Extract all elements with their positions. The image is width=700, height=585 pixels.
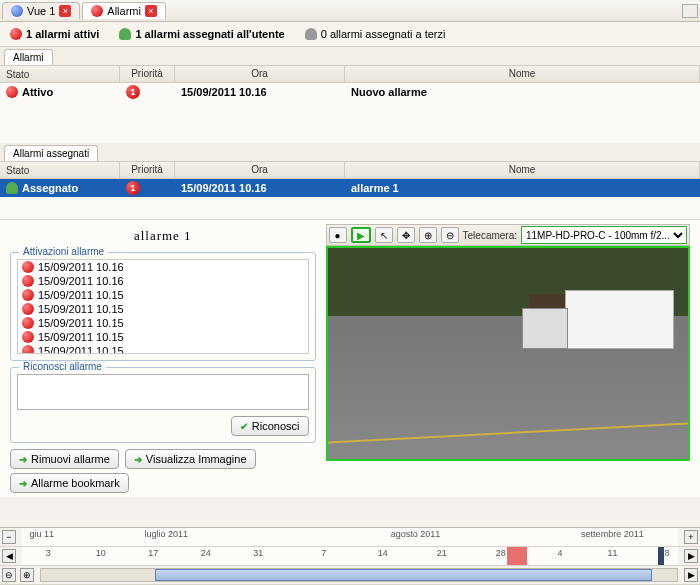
col-priority[interactable]: Priorità: [120, 66, 175, 82]
window-tab-bar: Vue 1 × Allarmi ×: [0, 0, 700, 22]
timeline-scroll-row: ⊖ ⊕ ▶: [0, 566, 700, 585]
alarm-icon: [22, 289, 34, 301]
video-frame[interactable]: [326, 246, 690, 461]
fieldset-label: Riconosci allarme: [19, 361, 106, 372]
col-time[interactable]: Ora: [175, 66, 345, 82]
grid-header: Stato Priorità Ora Nome: [0, 161, 700, 179]
activations-list[interactable]: 15/09/2011 10.16 15/09/2011 10.16 15/09/…: [17, 259, 309, 354]
day-label: 11: [607, 548, 617, 558]
grid-header: Stato Priorità Ora Nome: [0, 65, 700, 83]
grid-body: Attivo 1 15/09/2011 10.16 Nuovo allarme: [0, 83, 700, 143]
zoom-out-icon[interactable]: −: [2, 530, 16, 544]
alarm-marker: [507, 547, 527, 565]
scene-truck: [522, 290, 673, 349]
timeline-scrollbar[interactable]: [40, 568, 678, 582]
table-row[interactable]: Attivo 1 15/09/2011 10.16 Nuovo allarme: [0, 83, 700, 101]
list-item[interactable]: 15/09/2011 10.15: [18, 316, 308, 330]
day-label: 4: [557, 548, 562, 558]
assigned-other-counter: 0 allarmi assegnati a terzi: [305, 28, 446, 40]
cell-time: 15/09/2011 10.16: [175, 181, 345, 195]
alarm-icon: [91, 5, 103, 17]
close-icon[interactable]: ×: [145, 5, 157, 17]
list-item[interactable]: 15/09/2011 10.15: [18, 302, 308, 316]
user-icon: [6, 182, 18, 194]
zoom-out-icon[interactable]: ⊖: [2, 568, 16, 582]
camera-label: Telecamera:: [463, 230, 517, 241]
timeline-months-ruler[interactable]: giu 11 luglio 2011 agosto 2011 settembre…: [22, 528, 678, 546]
col-status[interactable]: Stato: [0, 66, 120, 82]
scroll-end-icon[interactable]: ▶: [684, 549, 698, 563]
users-icon: [305, 28, 317, 40]
table-row[interactable]: Assegnato 1 15/09/2011 10.16 allarme 1: [0, 179, 700, 197]
day-label: 14: [378, 548, 388, 558]
day-label: 28: [496, 548, 506, 558]
acknowledge-fieldset: Riconosci allarme Riconosci: [10, 367, 316, 443]
col-name[interactable]: Nome: [345, 162, 700, 178]
cell-status: Assegnato: [22, 182, 78, 194]
view-image-button[interactable]: Visualizza Immagine: [125, 449, 256, 469]
acknowledge-button[interactable]: Riconosci: [231, 416, 309, 436]
bookmark-alarm-button[interactable]: Allarme bookmark: [10, 473, 129, 493]
day-label: 21: [437, 548, 447, 558]
assigned-grid: Stato Priorità Ora Nome Assegnato 1 15/0…: [0, 161, 700, 219]
month-label: agosto 2011: [391, 529, 441, 539]
view-icon: [11, 5, 23, 17]
day-label: 17: [148, 548, 158, 558]
alarm-icon: [22, 261, 34, 273]
zoom-in-icon[interactable]: ⊕: [419, 227, 437, 243]
tab-label: Vue 1: [27, 5, 55, 17]
pointer-icon[interactable]: ↖: [375, 227, 393, 243]
scrollbar-thumb[interactable]: [155, 569, 651, 581]
priority-badge: 1: [126, 181, 140, 195]
subtab-assigned[interactable]: Allarmi assegnati: [4, 145, 98, 161]
camera-select[interactable]: 11MP-HD-PRO-C - 100mm f/2...: [521, 226, 687, 244]
activations-fieldset: Attivazioni allarme 15/09/2011 10.16 15/…: [10, 252, 316, 361]
timeline-months-row: − giu 11 luglio 2011 agosto 2011 settemb…: [0, 528, 700, 547]
subtab-alarms[interactable]: Allarmi: [4, 49, 53, 65]
counter-label: 1 allarmi attivi: [26, 28, 99, 40]
tab-view1[interactable]: Vue 1 ×: [2, 2, 80, 19]
close-icon[interactable]: ×: [59, 5, 71, 17]
assigned-user-counter: 1 allarmi assegnati all'utente: [119, 28, 284, 40]
priority-badge: 1: [126, 85, 140, 99]
detail-left: allarme 1 Attivazioni allarme 15/09/2011…: [10, 224, 316, 493]
user-icon: [119, 28, 131, 40]
col-priority[interactable]: Priorità: [120, 162, 175, 178]
month-label: settembre 2011: [581, 529, 644, 539]
play-icon[interactable]: ▶: [351, 227, 371, 243]
timeline-days-ruler[interactable]: 3 10 17 24 31 7 14 21 28 4 11 18: [22, 547, 678, 565]
timeline-panel: − giu 11 luglio 2011 agosto 2011 settemb…: [0, 527, 700, 585]
tab-alarms[interactable]: Allarmi ×: [82, 2, 166, 19]
record-icon[interactable]: ●: [329, 227, 347, 243]
day-label: 24: [201, 548, 211, 558]
acknowledge-input[interactable]: [17, 374, 309, 410]
remove-alarm-button[interactable]: Rimuovi allarme: [10, 449, 119, 469]
cell-name: Nuovo allarme: [351, 86, 427, 98]
ptz-icon[interactable]: ✥: [397, 227, 415, 243]
scroll-right-icon[interactable]: ▶: [684, 568, 698, 582]
list-item[interactable]: 15/09/2011 10.15: [18, 344, 308, 354]
alarm-icon: [22, 345, 34, 354]
col-name[interactable]: Nome: [345, 66, 700, 82]
cell-status: Attivo: [22, 86, 53, 98]
zoom-in-icon[interactable]: ⊕: [20, 568, 34, 582]
list-item[interactable]: 15/09/2011 10.15: [18, 288, 308, 302]
col-time[interactable]: Ora: [175, 162, 345, 178]
list-item[interactable]: 15/09/2011 10.15: [18, 330, 308, 344]
list-item[interactable]: 15/09/2011 10.16: [18, 274, 308, 288]
cell-time: 15/09/2011 10.16: [181, 86, 267, 98]
scroll-start-icon[interactable]: ◀: [2, 549, 16, 563]
zoom-out-icon[interactable]: ⊖: [441, 227, 459, 243]
alarm-icon: [6, 86, 18, 98]
alarm-icon: [22, 331, 34, 343]
alarms-grid: Stato Priorità Ora Nome Attivo 1 15/09/2…: [0, 65, 700, 143]
list-item[interactable]: 15/09/2011 10.16: [18, 260, 308, 274]
zoom-in-icon[interactable]: +: [684, 530, 698, 544]
video-panel: ● ▶ ↖ ✥ ⊕ ⊖ Telecamera: 11MP-HD-PRO-C - …: [326, 224, 690, 493]
subtab-bar-alarms: Allarmi: [0, 47, 700, 65]
restore-window-icon[interactable]: [682, 4, 698, 18]
alarm-counters-bar: 1 allarmi attivi 1 allarmi assegnati all…: [0, 22, 700, 47]
timeline-days-row: ◀ 3 10 17 24 31 7 14 21 28 4 11 18 ▶: [0, 547, 700, 566]
day-label: 10: [96, 548, 106, 558]
col-status[interactable]: Stato: [0, 162, 120, 178]
